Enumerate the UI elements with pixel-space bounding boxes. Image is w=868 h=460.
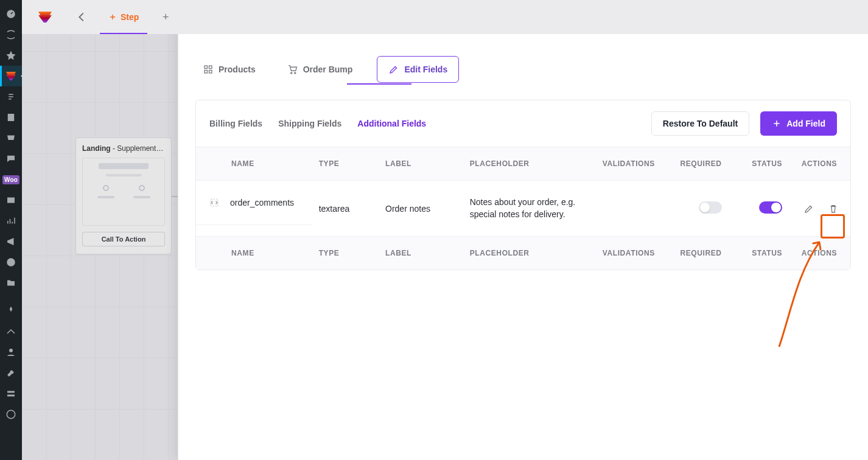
wp-quickstart-icon[interactable] (0, 404, 22, 425)
tab-order-bump[interactable]: Order Bump (280, 56, 360, 83)
tab-step-label: Step (121, 12, 139, 22)
col-type: Type (312, 147, 378, 181)
field-placeholder: Notes about your order, e.g. special not… (463, 181, 584, 237)
svg-point-12 (290, 72, 292, 74)
drag-handle-icon[interactable] (208, 197, 220, 209)
svg-point-13 (294, 72, 295, 74)
col-actions: Actions (789, 147, 850, 181)
col-required: Required (662, 147, 729, 181)
svg-rect-11 (209, 71, 212, 74)
svg-rect-8 (205, 66, 208, 69)
content-card: Billing Fields Shipping Fields Additiona… (195, 100, 851, 270)
foot-placeholder: Placeholder (463, 237, 584, 270)
col-placeholder: Placeholder (463, 147, 584, 181)
fields-table: Name Type Label Placeholder Validations … (196, 147, 850, 270)
required-toggle[interactable] (699, 201, 722, 214)
panel-tabs: Products Order Bump Edit Fields (178, 38, 868, 83)
wp-appearance-icon[interactable] (0, 321, 22, 342)
svg-rect-6 (7, 395, 15, 397)
wp-plugins-icon[interactable] (0, 301, 22, 321)
restore-to-default-button[interactable]: Restore To Default (651, 111, 749, 136)
tab-products-label: Products (219, 64, 256, 74)
wp-tools-icon[interactable] (0, 363, 22, 383)
wp-users-icon[interactable] (0, 342, 22, 363)
subtab-billing[interactable]: Billing Fields (209, 119, 262, 128)
foot-validations: Validations (583, 237, 662, 270)
wp-admin-bar: Woo (0, 0, 22, 460)
foot-status: Status (729, 237, 790, 270)
svg-rect-9 (209, 66, 212, 69)
sub-tab-bar: Billing Fields Shipping Fields Additiona… (196, 100, 850, 147)
svg-rect-10 (205, 71, 208, 74)
svg-point-7 (7, 410, 15, 419)
col-status: Status (729, 147, 790, 181)
tab-step[interactable]: Step (95, 0, 152, 34)
wp-exchange-icon[interactable] (0, 86, 22, 107)
table-row: order_comments textarea Order notes Note… (196, 181, 850, 237)
col-validations: Validations (583, 147, 662, 181)
field-label: Order notes (378, 181, 463, 237)
back-button[interactable] (68, 0, 95, 34)
wp-analytics-icon[interactable] (0, 211, 22, 231)
edit-icon[interactable] (803, 203, 815, 215)
wp-docs-icon[interactable] (0, 107, 22, 128)
col-name: Name (196, 147, 312, 181)
svg-rect-1 (8, 114, 15, 121)
tab-order-bump-label: Order Bump (303, 64, 353, 74)
foot-name: Name (196, 237, 312, 270)
field-name: order_comments (230, 198, 294, 207)
foot-actions: Actions (789, 237, 850, 270)
field-type: textarea (312, 181, 378, 237)
wp-files-icon[interactable] (0, 273, 22, 293)
canvas-topbar: Step + (22, 0, 868, 34)
wp-cart-icon[interactable] (0, 128, 22, 148)
wp-pin-icon[interactable] (0, 45, 22, 66)
checkout-settings-panel: Supplement Checkout (Checkout) Products … (178, 0, 868, 460)
wp-comments-icon[interactable] (0, 148, 22, 169)
active-tab-indicator (347, 83, 411, 85)
wp-dashboard-icon[interactable] (0, 4, 22, 24)
field-group-tabs: Billing Fields Shipping Fields Additiona… (209, 119, 426, 128)
tab-edit-fields-label: Edit Fields (404, 64, 447, 74)
foot-required: Required (662, 237, 729, 270)
col-label: Label (378, 147, 463, 181)
svg-point-3 (7, 258, 15, 267)
svg-rect-5 (7, 391, 15, 393)
wp-updates-icon[interactable] (0, 24, 22, 45)
foot-label: Label (378, 237, 463, 270)
wp-elementor-icon[interactable] (0, 252, 22, 273)
tab-products[interactable]: Products (195, 56, 263, 83)
svg-point-4 (9, 349, 13, 352)
add-step-button[interactable]: + (152, 0, 179, 34)
subtab-shipping[interactable]: Shipping Fields (278, 119, 341, 128)
foot-type: Type (312, 237, 378, 270)
table-header-row: Name Type Label Placeholder Validations … (196, 147, 850, 181)
cartflows-logo-icon[interactable] (22, 0, 68, 34)
field-validations (583, 181, 662, 237)
wp-cartflows-icon[interactable] (0, 66, 22, 86)
svg-rect-2 (7, 198, 15, 203)
tab-edit-fields[interactable]: Edit Fields (377, 56, 459, 83)
subtab-additional[interactable]: Additional Fields (357, 119, 426, 128)
wp-settings-icon[interactable] (0, 383, 22, 404)
wp-archive-icon[interactable] (0, 190, 22, 211)
wp-marketing-icon[interactable] (0, 231, 22, 252)
status-toggle[interactable] (759, 201, 782, 214)
wp-woocommerce-icon[interactable]: Woo (0, 169, 22, 190)
add-field-button[interactable]: Add Field (760, 111, 837, 136)
delete-icon[interactable] (827, 203, 839, 215)
table-footer-row: Name Type Label Placeholder Validations … (196, 237, 850, 270)
